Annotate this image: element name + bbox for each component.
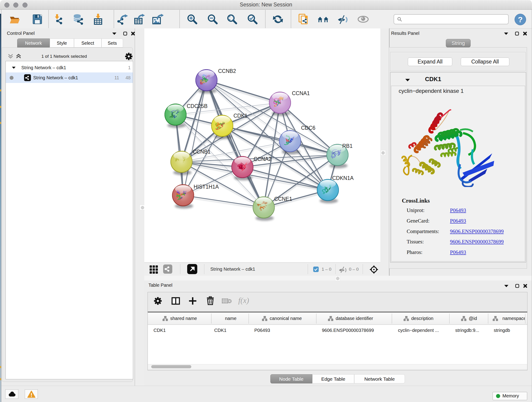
svg-text:CCNA1: CCNA1	[292, 90, 310, 96]
svg-text:RB1: RB1	[342, 143, 353, 149]
svg-text:CCNB2: CCNB2	[218, 68, 236, 74]
svg-text:HIST1H1A: HIST1H1A	[194, 184, 219, 190]
svg-text:CDK1: CDK1	[234, 113, 247, 119]
svg-text:CDC6: CDC6	[301, 125, 316, 131]
svg-text:CDC25B: CDC25B	[187, 103, 208, 109]
svg-text:CCNB1: CCNB1	[193, 149, 210, 155]
svg-text:CCNE1: CCNE1	[274, 196, 292, 202]
svg-text:CCNA2: CCNA2	[254, 156, 272, 162]
svg-text:CDKN1A: CDKN1A	[332, 175, 354, 181]
